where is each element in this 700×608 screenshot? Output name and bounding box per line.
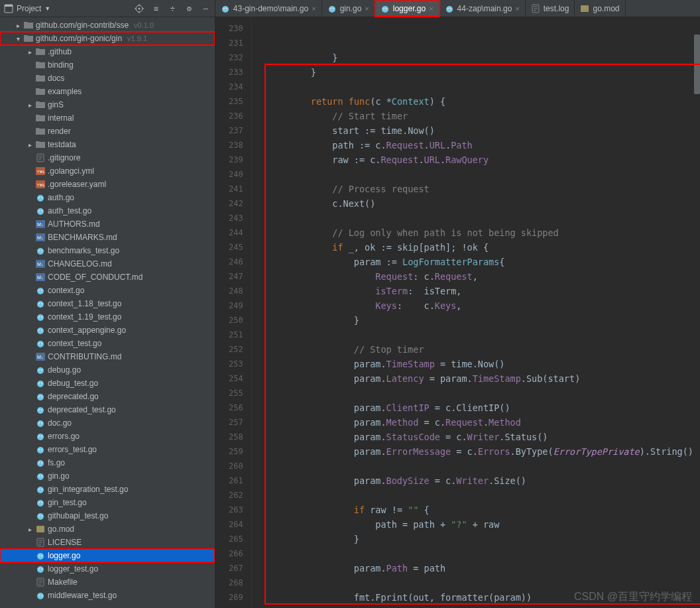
code-line[interactable]: param := LogFormatterParams{ xyxy=(268,255,693,269)
editor-tab[interactable]: go.mod xyxy=(575,0,625,17)
tree-item[interactable]: ▸docs xyxy=(0,72,215,85)
tree-item[interactable]: ▸auth.go xyxy=(0,191,215,204)
code-line[interactable]: param.BodySize = c.Writer.Size() xyxy=(268,473,693,488)
tree-arrow-icon[interactable]: ▸ xyxy=(15,22,21,29)
code-line[interactable]: raw := c.Request.URL.RawQuery xyxy=(268,152,693,167)
code-line[interactable]: path = path + "?" + raw xyxy=(268,517,693,532)
tree-item[interactable]: ▸M↓CODE_OF_CONDUCT.md xyxy=(0,271,215,284)
tree-item[interactable]: ▸.gitignore xyxy=(0,151,215,164)
code-line[interactable]: } xyxy=(268,50,693,65)
tree-item[interactable]: ▸M↓CHANGELOG.md xyxy=(0,257,215,271)
tree-item[interactable]: ▸debug.go xyxy=(0,363,215,377)
code-line[interactable]: // Log only when path is not being skipp… xyxy=(268,225,693,240)
code-line[interactable]: } xyxy=(268,65,693,80)
code-line[interactable] xyxy=(268,211,693,225)
tree-item[interactable]: ▸.github xyxy=(0,45,215,58)
tree-item[interactable]: ▸examples xyxy=(0,85,215,98)
code-line[interactable]: param.StatusCode = c.Writer.Status() xyxy=(268,430,693,444)
code-line[interactable]: // Process request xyxy=(268,182,693,196)
tree-arrow-icon[interactable]: ▾ xyxy=(15,35,21,42)
code-line[interactable]: fmt.Fprint(out, formatter(param)) xyxy=(268,590,693,605)
locate-icon[interactable] xyxy=(135,3,145,13)
code-line[interactable] xyxy=(268,459,693,473)
tree-item[interactable]: ▸testdata xyxy=(0,138,215,151)
tree-item[interactable]: ▸M↓BENCHMARKS.md xyxy=(0,231,215,244)
tree-item[interactable]: ▸errors_test.go xyxy=(0,443,215,456)
scrollbar-thumb[interactable] xyxy=(694,34,700,94)
tree-item[interactable]: ▸gin_test.go xyxy=(0,496,215,509)
project-selector[interactable]: Project ▼ xyxy=(4,4,50,13)
tree-item[interactable]: ▾github.com/gin-gonic/ginv1.9.1 xyxy=(0,32,215,45)
code-line[interactable]: Keys: c.Keys, xyxy=(268,298,693,313)
tree-item[interactable]: ▸doc.go xyxy=(0,416,215,430)
tree-item[interactable]: ▸benchmarks_test.go xyxy=(0,244,215,257)
code-editor[interactable]: } } return func(c *Context) { // Start t… xyxy=(261,17,700,608)
tree-item[interactable]: ▸gin_integration_test.go xyxy=(0,483,215,496)
tree-item[interactable]: ▸deprecated.go xyxy=(0,390,215,403)
code-line[interactable] xyxy=(268,386,693,400)
close-icon[interactable]: × xyxy=(515,5,519,13)
editor-scrollbar[interactable] xyxy=(693,17,700,608)
code-line[interactable]: // Start timer xyxy=(268,109,693,123)
tree-arrow-icon[interactable]: ▸ xyxy=(27,101,33,109)
tree-item[interactable]: ▸M↓CONTRIBUTING.md xyxy=(0,350,215,363)
code-line[interactable]: start := time.Now() xyxy=(268,123,693,138)
code-line[interactable]: return func(c *Context) { xyxy=(268,94,693,109)
code-line[interactable]: } xyxy=(268,605,693,608)
code-line[interactable] xyxy=(268,80,693,94)
code-line[interactable]: c.Next() xyxy=(268,196,693,211)
tree-item[interactable]: ▸logger.go xyxy=(0,549,215,562)
tree-item[interactable]: ▸M↓AUTHORS.md xyxy=(0,217,215,231)
code-line[interactable] xyxy=(268,167,693,182)
code-line[interactable]: param.ErrorMessage = c.Errors.ByType(Err… xyxy=(268,444,693,459)
tree-item[interactable]: ▸fs.go xyxy=(0,456,215,469)
tree-item[interactable]: ▸ginS xyxy=(0,98,215,111)
project-tree[interactable]: ▸github.com/gin-contrib/ssev0.1.0▾github… xyxy=(0,17,215,608)
collapse-icon[interactable]: ÷ xyxy=(168,3,178,13)
tree-item[interactable]: ▸middleware_test.go xyxy=(0,589,215,602)
close-icon[interactable]: × xyxy=(429,5,433,13)
tree-item[interactable]: ▸internal xyxy=(0,111,215,125)
tree-item[interactable]: ▸debug_test.go xyxy=(0,377,215,390)
editor-tab[interactable]: 43-gin-demo\main.go× xyxy=(215,0,322,17)
code-line[interactable]: param.Path = path xyxy=(268,561,693,576)
code-line[interactable]: } xyxy=(268,532,693,546)
code-line[interactable] xyxy=(268,546,693,561)
gear-icon[interactable]: ⚙ xyxy=(184,3,194,13)
code-line[interactable]: // Stop timer xyxy=(268,342,693,357)
tree-item[interactable]: ▸auth_test.go xyxy=(0,204,215,217)
code-line[interactable]: if raw != "" { xyxy=(268,503,693,517)
expand-icon[interactable]: ≡ xyxy=(151,3,161,13)
code-line[interactable]: if _, ok := skip[path]; !ok { xyxy=(268,240,693,255)
code-line[interactable]: param.Method = c.Request.Method xyxy=(268,415,693,430)
tree-item[interactable]: ▸YML.golangci.yml xyxy=(0,164,215,178)
tree-item[interactable]: ▸context_appengine.go xyxy=(0,324,215,337)
editor-tab[interactable]: test.log xyxy=(526,0,575,17)
tree-item[interactable]: ▸github.com/gin-contrib/ssev0.1.0 xyxy=(0,19,215,32)
close-icon[interactable]: × xyxy=(365,5,369,13)
code-line[interactable]: param.Latency = param.TimeStamp.Sub(star… xyxy=(268,371,693,386)
tree-item[interactable]: ▸go.mod xyxy=(0,522,215,536)
tree-item[interactable]: ▸logger_test.go xyxy=(0,562,215,576)
code-line[interactable]: Request: c.Request, xyxy=(268,269,693,284)
minimize-icon[interactable]: — xyxy=(201,3,211,13)
editor-tab[interactable]: 44-zap\main.go× xyxy=(439,0,526,17)
tree-arrow-icon[interactable]: ▸ xyxy=(27,48,33,56)
tree-arrow-icon[interactable]: ▸ xyxy=(27,141,33,149)
code-line[interactable]: param.ClientIP = c.ClientIP() xyxy=(268,400,693,415)
code-line[interactable] xyxy=(268,488,693,503)
tree-item[interactable]: ▸binding xyxy=(0,58,215,72)
code-line[interactable] xyxy=(268,328,693,342)
tree-item[interactable]: ▸gin.go xyxy=(0,469,215,483)
editor-tab[interactable]: logger.go× xyxy=(375,0,439,17)
tree-item[interactable]: ▸YML.goreleaser.yaml xyxy=(0,178,215,191)
tree-item[interactable]: ▸deprecated_test.go xyxy=(0,403,215,416)
tree-item[interactable]: ▸context_1.19_test.go xyxy=(0,310,215,324)
tree-item[interactable]: ▸context.go xyxy=(0,284,215,297)
tree-item[interactable]: ▸githubapi_test.go xyxy=(0,509,215,522)
tree-item[interactable]: ▸render xyxy=(0,125,215,138)
tree-item[interactable]: ▸Makefile xyxy=(0,576,215,589)
code-line[interactable]: param.TimeStamp = time.Now() xyxy=(268,357,693,371)
tree-item[interactable]: ▸context_1.18_test.go xyxy=(0,297,215,310)
code-line[interactable]: } xyxy=(268,313,693,328)
